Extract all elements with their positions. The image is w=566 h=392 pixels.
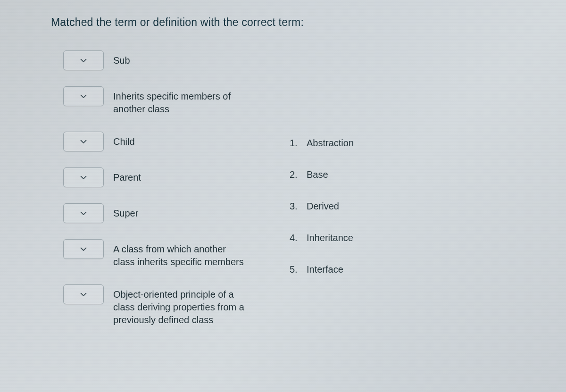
chevron-down-icon: [80, 140, 87, 143]
match-row: Inherits specific members of another cla…: [63, 86, 261, 116]
chevron-down-icon: [80, 211, 87, 215]
chevron-down-icon: [80, 58, 87, 62]
answer-row: 5. Interface: [290, 264, 354, 275]
match-select-2[interactable]: [63, 132, 104, 151]
answer-row: 4. Inheritance: [290, 233, 354, 243]
match-label: A class from which another class inherit…: [113, 239, 250, 268]
match-select-3[interactable]: [63, 167, 104, 187]
answer-text: Interface: [307, 264, 343, 275]
match-row: Super: [63, 203, 261, 223]
match-label: Parent: [113, 167, 141, 184]
match-select-6[interactable]: [63, 284, 104, 304]
match-row: A class from which another class inherit…: [63, 239, 261, 268]
answer-number: 2.: [290, 169, 299, 180]
question-container: Matched the term or definition with the …: [0, 0, 566, 326]
answer-number: 1.: [290, 138, 299, 149]
match-row: Parent: [63, 167, 261, 187]
match-column: Sub Inherits specific members of another…: [63, 50, 261, 326]
chevron-down-icon: [80, 175, 87, 179]
question-prompt: Matched the term or definition with the …: [51, 16, 542, 29]
answer-text: Inheritance: [307, 233, 353, 243]
matching-content: Sub Inherits specific members of another…: [51, 50, 542, 326]
chevron-down-icon: [80, 292, 87, 296]
chevron-down-icon: [80, 247, 87, 251]
match-row: Child: [63, 132, 261, 151]
match-select-5[interactable]: [63, 239, 104, 259]
answer-row: 1. Abstraction: [290, 138, 354, 149]
match-select-1[interactable]: [63, 86, 104, 106]
match-row: Sub: [63, 50, 261, 70]
match-select-0[interactable]: [63, 50, 104, 70]
match-select-4[interactable]: [63, 203, 104, 223]
match-row: Object-oriented principle of a class der…: [63, 284, 261, 326]
answer-number: 5.: [290, 264, 299, 275]
answer-row: 2. Base: [290, 169, 354, 180]
answer-text: Base: [307, 169, 328, 180]
chevron-down-icon: [80, 94, 87, 98]
match-label: Child: [113, 132, 135, 148]
match-label: Super: [113, 203, 138, 220]
match-label: Inherits specific members of another cla…: [113, 86, 250, 116]
answer-number: 4.: [290, 233, 299, 243]
answer-text: Derived: [307, 201, 339, 212]
answer-text: Abstraction: [307, 138, 354, 149]
match-label: Sub: [113, 50, 130, 67]
answer-column: 1. Abstraction 2. Base 3. Derived 4. Inh…: [290, 50, 354, 326]
match-label: Object-oriented principle of a class der…: [113, 284, 250, 326]
answer-number: 3.: [290, 201, 299, 212]
answer-row: 3. Derived: [290, 201, 354, 212]
